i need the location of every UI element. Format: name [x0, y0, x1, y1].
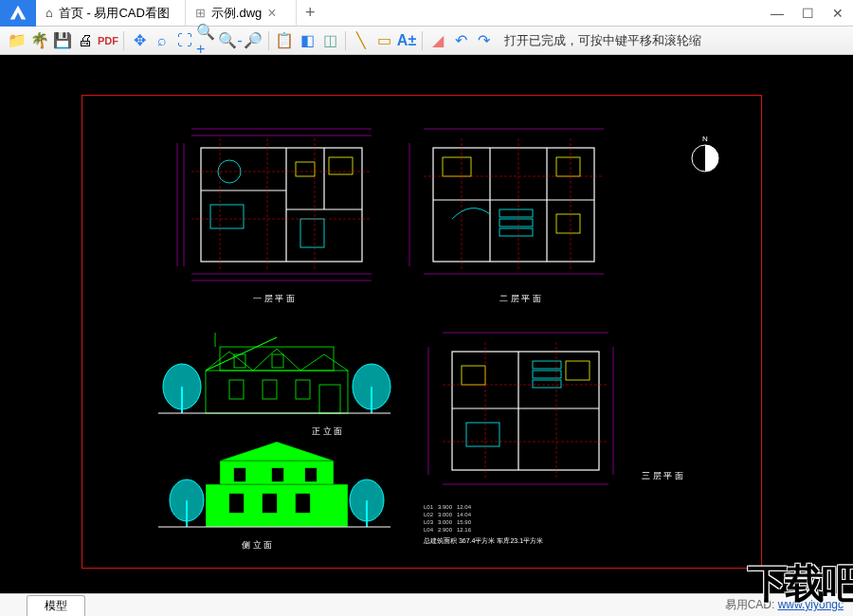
tab-file[interactable]: ⊞ 示例.dwg ×	[186, 0, 297, 26]
print-icon[interactable]: 🖨	[74, 29, 97, 52]
tab-home[interactable]: ⌂ 首页 - 易用CAD看图	[36, 0, 186, 26]
watermark-url: www.xiazaiba.com	[789, 564, 851, 572]
floorplan-1-label: 一 层 平 面	[253, 293, 295, 305]
maximize-button[interactable]: ☐	[792, 0, 823, 26]
drawing-border: 一 层 平 面	[82, 95, 762, 569]
svg-rect-46	[319, 385, 340, 413]
measure-line-icon[interactable]: ╲	[350, 29, 372, 52]
zoom-extents-icon[interactable]: ⛶	[173, 29, 196, 52]
3d-icon[interactable]: ◫	[318, 29, 341, 52]
svg-rect-77	[533, 361, 561, 369]
svg-rect-61	[234, 468, 245, 481]
svg-text:N: N	[702, 135, 708, 143]
zoom-out-icon[interactable]: 🔍-	[219, 29, 242, 52]
measure-rect-icon[interactable]: ▭	[372, 29, 395, 52]
footer-link[interactable]: www.yiyongc	[778, 598, 844, 611]
svg-rect-48	[272, 354, 283, 368]
elevation-1	[139, 318, 405, 423]
svg-rect-31	[443, 157, 471, 176]
layers-icon[interactable]: 📋	[273, 29, 296, 52]
close-tab-icon[interactable]: ×	[267, 5, 281, 22]
svg-rect-80	[566, 361, 590, 380]
svg-rect-11	[210, 205, 244, 228]
svg-rect-59	[263, 494, 277, 513]
svg-marker-42	[206, 337, 277, 371]
svg-rect-44	[263, 380, 277, 399]
toolbar: 📁 🌴 💾 🖨 PDF ✥ ⌕ ⛶ 🔍+ 🔍- 🔎 📋 ◧ ◫ ╲ ▭ A± ◢…	[0, 27, 853, 55]
model-tab[interactable]: 模型	[27, 595, 85, 616]
svg-rect-14	[329, 157, 353, 174]
palm-icon[interactable]: 🌴	[28, 29, 51, 52]
svg-rect-58	[229, 494, 244, 513]
grid-icon: ⊞	[195, 6, 206, 20]
separator	[422, 31, 423, 50]
legend-block: L01 3.900 12.04L02 3.000 14.04L03 3.000 …	[424, 503, 471, 534]
svg-marker-57	[220, 442, 334, 461]
undo-icon[interactable]: ↶	[449, 29, 472, 52]
titlebar: ⌂ 首页 - 易用CAD看图 ⊞ 示例.dwg × + — ☐ ✕	[0, 0, 853, 27]
app-logo-icon	[0, 0, 36, 27]
svg-rect-29	[499, 219, 533, 226]
window-controls: — ☐ ✕	[762, 0, 853, 26]
svg-rect-13	[300, 219, 324, 247]
open-file-icon[interactable]: 📁	[6, 29, 28, 52]
floorplan-3	[424, 328, 623, 494]
separator	[268, 31, 269, 50]
svg-rect-43	[229, 380, 244, 399]
cube-icon[interactable]: ◧	[296, 29, 318, 52]
svg-rect-60	[296, 494, 310, 513]
svg-rect-79	[533, 380, 561, 388]
erase-icon[interactable]: ◢	[426, 29, 449, 52]
separator	[345, 31, 346, 50]
elevation-2-label: 侧 立 面	[242, 539, 272, 552]
svg-rect-63	[305, 468, 317, 481]
pan-icon[interactable]: ✥	[128, 29, 151, 52]
zoom-window-icon[interactable]: ⌕	[151, 29, 173, 52]
svg-rect-62	[272, 468, 283, 481]
svg-rect-81	[462, 366, 485, 385]
separator	[123, 31, 124, 50]
redo-icon[interactable]: ↷	[472, 29, 495, 52]
footer-brand: 易用CAD: www.yiyongc	[725, 597, 844, 613]
svg-rect-28	[499, 209, 533, 217]
svg-rect-24	[433, 148, 594, 262]
footer: 模型 易用CAD: www.yiyongc	[0, 593, 853, 616]
svg-rect-41	[220, 347, 334, 371]
svg-rect-15	[296, 162, 315, 176]
tab-home-label: 首页 - 易用CAD看图	[59, 5, 170, 22]
svg-rect-32	[556, 157, 580, 176]
svg-rect-30	[499, 228, 533, 236]
elevation-2	[139, 432, 405, 536]
svg-rect-33	[556, 214, 580, 233]
floorplan-3-label: 三 层 平 面	[642, 470, 683, 482]
zoom-all-icon[interactable]: 🔎	[242, 29, 264, 52]
minimize-button[interactable]: —	[762, 0, 792, 26]
floorplan-1	[172, 124, 386, 285]
compass-icon: N	[687, 134, 723, 179]
svg-rect-73	[452, 352, 599, 470]
drawing-canvas[interactable]: 一 层 平 面	[0, 55, 853, 593]
pdf-icon[interactable]: PDF	[97, 29, 119, 52]
floorplan-2-label: 二 层 平 面	[499, 293, 541, 305]
zoom-in-icon[interactable]: 🔍+	[196, 29, 219, 52]
save-icon[interactable]: 💾	[51, 29, 74, 52]
svg-rect-76	[466, 423, 499, 446]
floorplan-2	[405, 124, 618, 285]
status-message: 打开已完成，可按中键平移和滚轮缩	[504, 32, 701, 49]
home-icon: ⌂	[45, 6, 53, 20]
svg-rect-78	[533, 371, 561, 378]
tab-file-label: 示例.dwg	[211, 5, 262, 22]
area-text: 总建筑面积 367.4平方米 车库23.1平方米	[424, 536, 543, 546]
new-tab-button[interactable]: +	[297, 0, 323, 26]
close-window-button[interactable]: ✕	[823, 0, 853, 26]
text-icon[interactable]: A±	[395, 29, 418, 52]
svg-rect-45	[296, 380, 310, 399]
